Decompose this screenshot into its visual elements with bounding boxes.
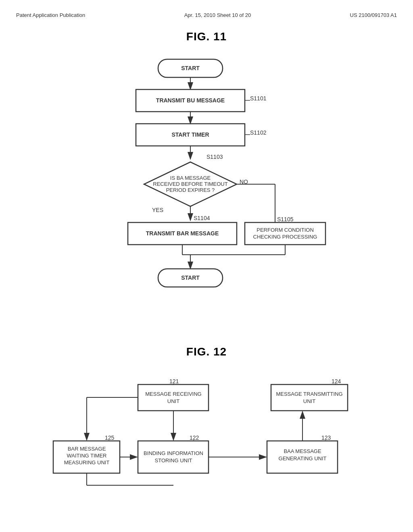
s1101-label: S1101 <box>250 95 267 102</box>
s1103-label: S1103 <box>206 154 223 160</box>
header-right: US 2100/091703 A1 <box>350 12 397 18</box>
fig11-title: FIG. 11 <box>16 30 397 43</box>
bar-msg-line2: WAITING TIMER <box>67 453 107 459</box>
baa-line1: BAA MESSAGE <box>284 448 321 454</box>
baa-line2: GENERATING UNIT <box>279 455 327 461</box>
page-header: Patent Application Publication Apr. 15, … <box>16 12 397 18</box>
msg-transmitting-line2: UNIT <box>303 398 315 404</box>
msg-receiving-line2: UNIT <box>167 398 179 404</box>
n124-label: 124 <box>332 378 341 384</box>
n122-label: 122 <box>190 434 199 441</box>
bar-msg-line1: BAR MESSAGE <box>68 446 106 452</box>
n125-label: 125 <box>105 434 115 441</box>
svg-rect-29 <box>138 441 209 473</box>
s1102-label: S1102 <box>250 129 267 136</box>
diamond-line3: PERIOD EXPIRES ? <box>166 187 215 193</box>
n121-label: 121 <box>169 378 179 384</box>
page: Patent Application Publication Apr. 15, … <box>0 0 413 532</box>
n123-label: 123 <box>321 434 331 441</box>
bar-msg-line3: MEASURING UNIT <box>64 459 110 466</box>
s1105-label: S1105 <box>277 216 294 222</box>
diamond-line1: IS BA MESSAGE <box>170 175 211 181</box>
binding-line1: BINDING INFORMATION <box>144 450 203 456</box>
start-top-label: START <box>181 65 200 71</box>
transmit-bar-label: TRANSMIT BAR MESSAGE <box>146 230 219 237</box>
svg-rect-23 <box>138 384 209 411</box>
msg-transmitting-line1: MESSAGE TRANSMITTING <box>276 391 342 397</box>
yes-label: YES <box>152 207 163 213</box>
fig11-flowchart: START TRANSMIT BU MESSAGE S1101 START TI… <box>16 51 397 325</box>
svg-rect-25 <box>271 384 348 411</box>
msg-receiving-line1: MESSAGE RECEIVING <box>145 391 201 397</box>
fig12-title: FIG. 12 <box>16 345 397 358</box>
start-timer-label: START TIMER <box>171 131 209 138</box>
transmit-bu-label: TRANSMIT BU MESSAGE <box>156 97 225 104</box>
header-left: Patent Application Publication <box>16 12 85 18</box>
header-middle: Apr. 15, 2010 Sheet 10 of 20 <box>184 12 251 18</box>
fig12-diagram: MESSAGE RECEIVING UNIT 121 MESSAGE TRANS… <box>16 366 397 499</box>
perform-line2: CHECKING PROCESSING <box>253 234 317 240</box>
binding-line2: STORING UNIT <box>155 457 192 463</box>
s1104-label: S1104 <box>194 215 210 221</box>
diamond-line2: RECEIVED BEFORE TIMEOUT <box>153 181 227 187</box>
perform-line1: PERFORM CONDITION <box>257 227 314 233</box>
start-bottom-label: START <box>181 274 200 281</box>
